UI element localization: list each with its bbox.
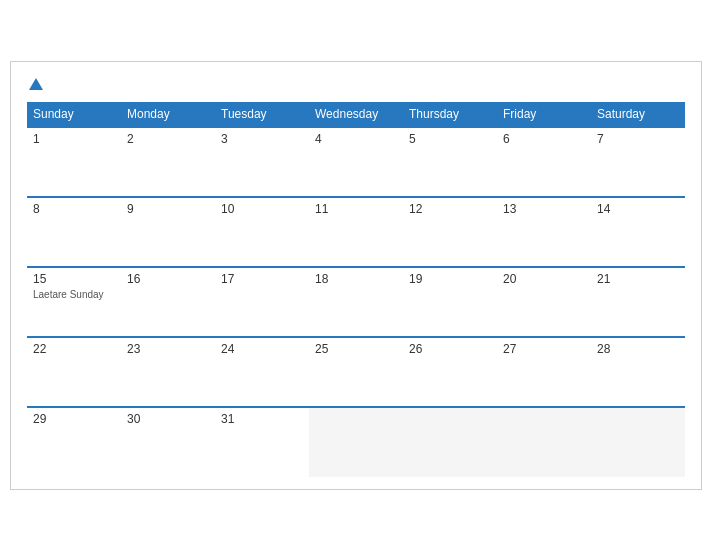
calendar-day-cell: 12 [403,197,497,267]
calendar-day-cell: 27 [497,337,591,407]
calendar-week-row: 1234567 [27,127,685,197]
day-number: 12 [409,202,491,216]
day-number: 11 [315,202,397,216]
day-number: 29 [33,412,115,426]
logo-triangle-icon [29,78,43,90]
weekday-header-sunday: Sunday [27,102,121,127]
day-number: 16 [127,272,209,286]
calendar-day-cell [591,407,685,477]
calendar-header [27,78,685,90]
day-number: 13 [503,202,585,216]
calendar-day-cell: 7 [591,127,685,197]
day-number: 7 [597,132,679,146]
day-number: 18 [315,272,397,286]
calendar-week-row: 22232425262728 [27,337,685,407]
day-number: 28 [597,342,679,356]
day-number: 4 [315,132,397,146]
day-number: 30 [127,412,209,426]
calendar-week-row: 891011121314 [27,197,685,267]
calendar-day-cell: 1 [27,127,121,197]
weekday-header-saturday: Saturday [591,102,685,127]
day-number: 23 [127,342,209,356]
day-number: 31 [221,412,303,426]
calendar-day-cell: 24 [215,337,309,407]
weekday-header-wednesday: Wednesday [309,102,403,127]
day-number: 5 [409,132,491,146]
day-number: 22 [33,342,115,356]
calendar-day-cell: 17 [215,267,309,337]
calendar-week-row: 293031 [27,407,685,477]
day-number: 17 [221,272,303,286]
calendar-day-cell: 8 [27,197,121,267]
calendar-day-cell: 21 [591,267,685,337]
calendar-container: SundayMondayTuesdayWednesdayThursdayFrid… [10,61,702,490]
calendar-day-cell: 2 [121,127,215,197]
calendar-day-cell [497,407,591,477]
day-number: 21 [597,272,679,286]
calendar-day-cell: 10 [215,197,309,267]
day-number: 2 [127,132,209,146]
weekday-header-row: SundayMondayTuesdayWednesdayThursdayFrid… [27,102,685,127]
day-event: Laetare Sunday [33,288,115,301]
day-number: 9 [127,202,209,216]
calendar-day-cell: 9 [121,197,215,267]
day-number: 14 [597,202,679,216]
day-number: 20 [503,272,585,286]
calendar-day-cell: 5 [403,127,497,197]
calendar-day-cell: 16 [121,267,215,337]
calendar-week-row: 15Laetare Sunday161718192021 [27,267,685,337]
day-number: 1 [33,132,115,146]
calendar-day-cell: 31 [215,407,309,477]
calendar-day-cell [309,407,403,477]
day-number: 24 [221,342,303,356]
calendar-day-cell: 15Laetare Sunday [27,267,121,337]
calendar-day-cell: 19 [403,267,497,337]
day-number: 25 [315,342,397,356]
weekday-header-monday: Monday [121,102,215,127]
calendar-day-cell: 28 [591,337,685,407]
weekday-header-thursday: Thursday [403,102,497,127]
logo-area [27,78,43,90]
calendar-day-cell: 14 [591,197,685,267]
day-number: 15 [33,272,115,286]
calendar-day-cell: 4 [309,127,403,197]
calendar-day-cell: 6 [497,127,591,197]
day-number: 10 [221,202,303,216]
calendar-day-cell: 3 [215,127,309,197]
calendar-day-cell [403,407,497,477]
calendar-day-cell: 22 [27,337,121,407]
day-number: 8 [33,202,115,216]
weekday-header-tuesday: Tuesday [215,102,309,127]
calendar-grid: SundayMondayTuesdayWednesdayThursdayFrid… [27,102,685,477]
day-number: 27 [503,342,585,356]
calendar-day-cell: 29 [27,407,121,477]
calendar-day-cell: 11 [309,197,403,267]
calendar-day-cell: 23 [121,337,215,407]
weekday-header-friday: Friday [497,102,591,127]
calendar-day-cell: 13 [497,197,591,267]
day-number: 3 [221,132,303,146]
calendar-day-cell: 26 [403,337,497,407]
day-number: 26 [409,342,491,356]
calendar-day-cell: 20 [497,267,591,337]
day-number: 19 [409,272,491,286]
calendar-day-cell: 30 [121,407,215,477]
day-number: 6 [503,132,585,146]
calendar-day-cell: 25 [309,337,403,407]
calendar-day-cell: 18 [309,267,403,337]
